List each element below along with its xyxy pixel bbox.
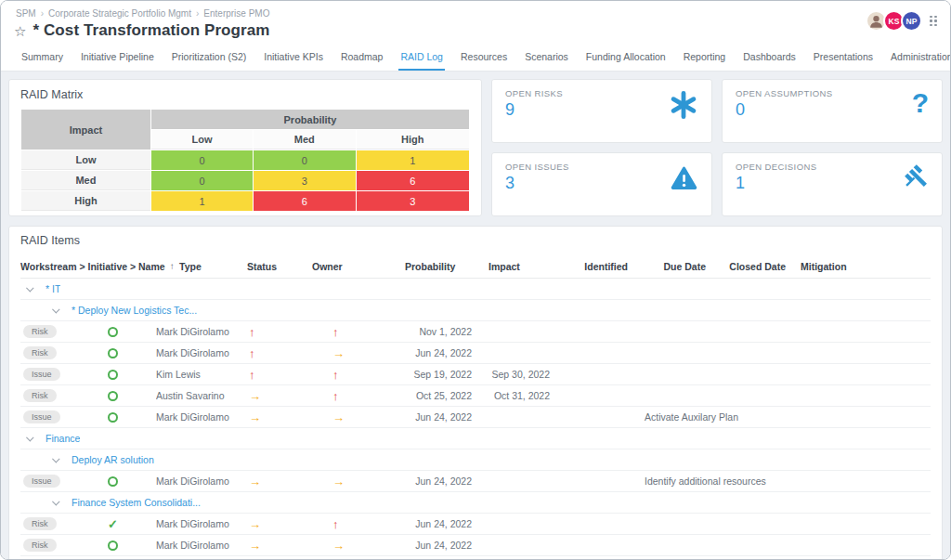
- chevron-down-icon[interactable]: [26, 284, 33, 292]
- item-status-cell: [91, 391, 156, 401]
- favorite-star-icon[interactable]: ☆: [14, 24, 26, 38]
- warning-icon: [670, 163, 698, 208]
- probability-trend-up-icon: ↑: [249, 368, 255, 382]
- group-link[interactable]: Deploy AR solution: [72, 454, 154, 465]
- item-owner-cell: Mark DiGirolamo: [156, 475, 241, 487]
- col-header-probability[interactable]: Probability: [397, 261, 481, 272]
- matrix-row-label-low: Low: [21, 150, 150, 170]
- item-row-covid-risk: Risk✓Mark DiGirolamo→↑Jun 24, 2022: [20, 514, 931, 535]
- matrix-cell-low-med[interactable]: 0: [254, 150, 355, 170]
- matrix-col-header-med: Med: [254, 130, 355, 150]
- dot: [930, 20, 932, 22]
- card-value: 0: [736, 100, 833, 120]
- avatar-np[interactable]: NP: [901, 10, 922, 32]
- type-badge: Risk: [23, 539, 57, 552]
- col-header-workstream-initiative-name[interactable]: Workstream > Initiative > Name↑: [20, 261, 176, 272]
- item-impact-cell: ↑: [325, 369, 405, 381]
- group-link[interactable]: * Deploy New Logistics Tec...: [72, 305, 197, 316]
- matrix-cell-low-low[interactable]: 0: [151, 150, 253, 170]
- matrix-cell-med-low[interactable]: 0: [151, 171, 253, 190]
- col-header-identified[interactable]: Identified: [561, 261, 628, 272]
- group-link[interactable]: * IT: [46, 283, 60, 294]
- col-header-impact[interactable]: Impact: [481, 261, 561, 272]
- matrix-row-label-high: High: [21, 191, 150, 211]
- status-closed-check-icon: ✓: [108, 518, 118, 530]
- item-status-cell: [91, 412, 156, 423]
- item-probability-cell: →: [241, 411, 325, 423]
- col-header-owner[interactable]: Owner: [312, 261, 397, 272]
- card-open-risks[interactable]: OPEN RISKS9: [491, 79, 712, 143]
- tab-summary[interactable]: Summary: [20, 46, 65, 71]
- matrix-cell-high-high[interactable]: 3: [357, 191, 470, 211]
- group-link[interactable]: Finance: [46, 433, 80, 444]
- item-type-cell: Issue: [20, 475, 91, 488]
- item-impact-cell: →: [325, 347, 405, 359]
- status-open-icon: [108, 370, 118, 380]
- chevron-down-icon[interactable]: [52, 498, 59, 505]
- matrix-cell-high-low[interactable]: 1: [151, 191, 253, 211]
- type-badge: Risk: [23, 325, 57, 338]
- card-open-decisions[interactable]: OPEN DECISIONS1: [722, 152, 943, 216]
- breadcrumb-separator: ›: [196, 8, 199, 19]
- item-probability-cell: →: [241, 518, 325, 530]
- col-header-closed-date[interactable]: Closed Date: [706, 261, 786, 272]
- card-open-issues[interactable]: OPEN ISSUES3: [491, 152, 712, 216]
- matrix-cell-low-high[interactable]: 1: [357, 150, 470, 170]
- col-header-due-date[interactable]: Due Date: [628, 261, 706, 272]
- card-text: OPEN ASSUMPTIONS0: [736, 88, 833, 135]
- breadcrumb-item-spm[interactable]: SPM: [16, 8, 36, 19]
- item-type-cell: Risk: [20, 346, 91, 360]
- item-row-resource-constraint: IssueKim Lewis↑↑Sep 19, 2022Sep 30, 2022: [20, 364, 931, 385]
- item-identified-cell: Jun 24, 2022: [405, 518, 472, 529]
- matrix-cell-high-med[interactable]: 6: [254, 191, 355, 211]
- tab-presentations[interactable]: Presentations: [812, 46, 875, 71]
- tab-prioritization-s2[interactable]: Prioritization (S2): [170, 46, 249, 71]
- tab-administration[interactable]: Administration: [889, 46, 951, 71]
- tab-initiative-kpis[interactable]: Initiative KPIs: [262, 46, 325, 71]
- impact-trend-up-icon: ↑: [332, 325, 339, 339]
- content-area: RAID Matrix ImpactProbabilityLowMedHighL…: [1, 72, 950, 559]
- more-options-icon[interactable]: [930, 16, 937, 27]
- item-mitigation-cell: Identify additional resources: [630, 475, 931, 487]
- matrix-cell-med-high[interactable]: 6: [357, 171, 470, 190]
- item-impact-cell: ↑: [325, 518, 405, 530]
- matrix-cell-med-med[interactable]: 3: [254, 171, 355, 190]
- summary-cards: OPEN RISKS9OPEN ASSUMPTIONS0?OPEN ISSUES…: [491, 79, 943, 216]
- card-label: OPEN ISSUES: [505, 162, 569, 172]
- item-type-cell: Risk: [20, 539, 91, 553]
- tab-funding-allocation[interactable]: Funding Allocation: [584, 46, 668, 71]
- item-row-new-risk-of-supply: RiskMark DiGirolamo↑→Jun 24, 2022: [20, 343, 931, 364]
- item-owner-cell: Kim Lewis: [156, 369, 241, 380]
- col-header-status[interactable]: Status: [247, 261, 312, 272]
- card-open-assumptions[interactable]: OPEN ASSUMPTIONS0?: [722, 79, 943, 143]
- probability-trend-flat-icon: →: [249, 475, 261, 488]
- impact-trend-up-icon: ↑: [332, 368, 339, 382]
- chevron-down-icon[interactable]: [52, 306, 59, 313]
- card-value: 1: [736, 174, 816, 193]
- card-label: OPEN DECISIONS: [736, 162, 816, 172]
- type-badge: Issue: [23, 368, 60, 381]
- card-value: 3: [505, 174, 569, 193]
- tab-reporting[interactable]: Reporting: [682, 46, 728, 71]
- group-link[interactable]: Finance System Consolidati...: [72, 497, 201, 508]
- tab-scenarios[interactable]: Scenarios: [523, 46, 570, 71]
- avatar-group: KSNP: [866, 10, 937, 32]
- sort-ascending-icon: ↑: [170, 261, 175, 271]
- tab-raid-log[interactable]: RAID Log: [398, 46, 445, 71]
- col-header-type[interactable]: Type: [176, 261, 247, 272]
- item-type-cell: Issue: [20, 410, 91, 424]
- chevron-down-icon[interactable]: [26, 434, 33, 441]
- group-row-finance-system-consolidati: Finance System Consolidati...: [20, 492, 931, 514]
- tab-dashboards[interactable]: Dashboards: [741, 46, 798, 71]
- breadcrumb-item-corporate-strategic-portfolio-mgmt[interactable]: Corporate Strategic Portfolio Mgmt: [48, 8, 191, 19]
- col-header-mitigation[interactable]: Mitigation: [786, 261, 931, 272]
- raid-items-header-row: Workstream > Initiative > Name↑TypeStatu…: [20, 254, 931, 279]
- item-impact-cell: ↑: [325, 326, 405, 338]
- tab-roadmap[interactable]: Roadmap: [339, 46, 385, 71]
- chevron-down-icon[interactable]: [52, 455, 59, 462]
- tab-initiative-pipeline[interactable]: Initiative Pipeline: [79, 46, 156, 71]
- tab-resources[interactable]: Resources: [459, 46, 509, 71]
- breadcrumb-item-enterprise-pmo[interactable]: Enterprise PMO: [203, 8, 269, 19]
- group-name-cell: Finance: [20, 433, 931, 444]
- item-type-cell: Risk: [20, 325, 91, 339]
